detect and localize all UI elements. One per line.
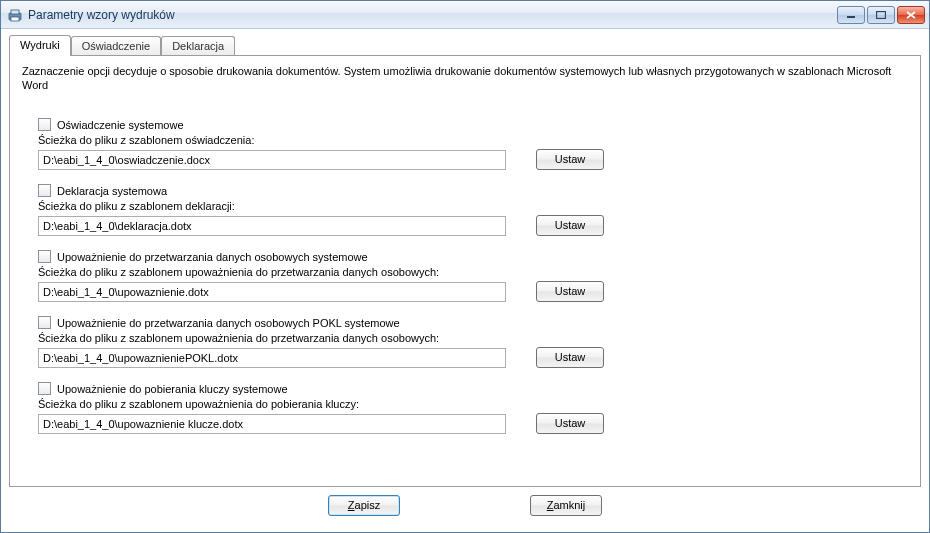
checkbox-label: Oświadczenie systemowe — [57, 119, 184, 131]
checkbox-row: Upoważnienie do przetwarzania danych oso… — [38, 250, 908, 263]
path-input-oswiadczenie[interactable] — [38, 150, 506, 170]
path-row: Ustaw — [38, 281, 908, 302]
section-upowaznienie-pokl: Upoważnienie do przetwarzania danych oso… — [38, 316, 908, 368]
svg-rect-2 — [11, 17, 19, 21]
path-input-upowaznienie[interactable] — [38, 282, 506, 302]
svg-rect-3 — [847, 16, 855, 18]
svg-rect-1 — [11, 10, 19, 14]
checkbox-upowaznienie-osobowe[interactable] — [38, 250, 51, 263]
svg-rect-4 — [877, 11, 886, 18]
description-text: Zaznaczenie opcji decyduje o sposobie dr… — [16, 62, 914, 108]
minimize-button[interactable] — [837, 6, 865, 24]
checkbox-label: Upoważnienie do przetwarzania danych oso… — [57, 317, 400, 329]
checkbox-row: Upoważnienie do przetwarzania danych oso… — [38, 316, 908, 329]
section-deklaracja: Deklaracja systemowa Ścieżka do pliku z … — [38, 184, 908, 236]
checkbox-label: Deklaracja systemowa — [57, 185, 167, 197]
window-title: Parametry wzory wydruków — [28, 8, 837, 22]
tab-panel-wydruki: Zaznaczenie opcji decyduje o sposobie dr… — [9, 55, 921, 487]
checkbox-label: Upoważnienie do pobierania kluczy system… — [57, 383, 288, 395]
zapisz-button[interactable]: Zapisz — [328, 495, 400, 516]
tab-wydruki[interactable]: Wydruki — [9, 35, 71, 56]
section-upowaznienie-osobowe: Upoważnienie do przetwarzania danych oso… — [38, 250, 908, 302]
path-label: Ścieżka do pliku z szablonem upoważnieni… — [38, 332, 908, 344]
tab-strip: Wydruki Oświadczenie Deklaracja — [9, 35, 921, 55]
tab-deklaracja[interactable]: Deklaracja — [161, 36, 235, 55]
client-area: Wydruki Oświadczenie Deklaracja Zaznacze… — [1, 29, 929, 532]
checkbox-deklaracja-systemowa[interactable] — [38, 184, 51, 197]
path-row: Ustaw — [38, 215, 908, 236]
ustaw-button[interactable]: Ustaw — [536, 281, 604, 302]
ustaw-button[interactable]: Ustaw — [536, 215, 604, 236]
checkbox-upowaznienie-pokl[interactable] — [38, 316, 51, 329]
titlebar[interactable]: Parametry wzory wydruków — [1, 1, 929, 29]
path-row: Ustaw — [38, 413, 908, 434]
ustaw-button[interactable]: Ustaw — [536, 347, 604, 368]
checkbox-upowaznienie-klucze[interactable] — [38, 382, 51, 395]
path-input-upowaznienie-pokl[interactable] — [38, 348, 506, 368]
checkbox-label: Upoważnienie do przetwarzania danych oso… — [57, 251, 368, 263]
path-row: Ustaw — [38, 149, 908, 170]
path-input-upowaznienie-klucze[interactable] — [38, 414, 506, 434]
checkbox-oswiadczenie-systemowe[interactable] — [38, 118, 51, 131]
path-row: Ustaw — [38, 347, 908, 368]
path-label: Ścieżka do pliku z szablonem oświadczeni… — [38, 134, 908, 146]
close-button[interactable] — [897, 6, 925, 24]
path-input-deklaracja[interactable] — [38, 216, 506, 236]
tab-oswiadczenie[interactable]: Oświadczenie — [71, 36, 161, 55]
ustaw-button[interactable]: Ustaw — [536, 149, 604, 170]
checkbox-row: Upoważnienie do pobierania kluczy system… — [38, 382, 908, 395]
app-window: Parametry wzory wydruków Wydruki Oświadc… — [0, 0, 930, 533]
path-label: Ścieżka do pliku z szablonem upoważnieni… — [38, 398, 908, 410]
app-icon — [7, 7, 23, 23]
checkbox-row: Deklaracja systemowa — [38, 184, 908, 197]
maximize-button[interactable] — [867, 6, 895, 24]
section-upowaznienie-klucze: Upoważnienie do pobierania kluczy system… — [38, 382, 908, 434]
window-controls — [837, 6, 925, 24]
path-label: Ścieżka do pliku z szablonem upoważnieni… — [38, 266, 908, 278]
ustaw-button[interactable]: Ustaw — [536, 413, 604, 434]
section-oswiadczenie: Oświadczenie systemowe Ścieżka do pliku … — [38, 118, 908, 170]
path-label: Ścieżka do pliku z szablonem deklaracji: — [38, 200, 908, 212]
zamknij-button[interactable]: Zamknij — [530, 495, 602, 516]
checkbox-row: Oświadczenie systemowe — [38, 118, 908, 131]
footer-buttons: Zapisz Zamknij — [9, 487, 921, 524]
